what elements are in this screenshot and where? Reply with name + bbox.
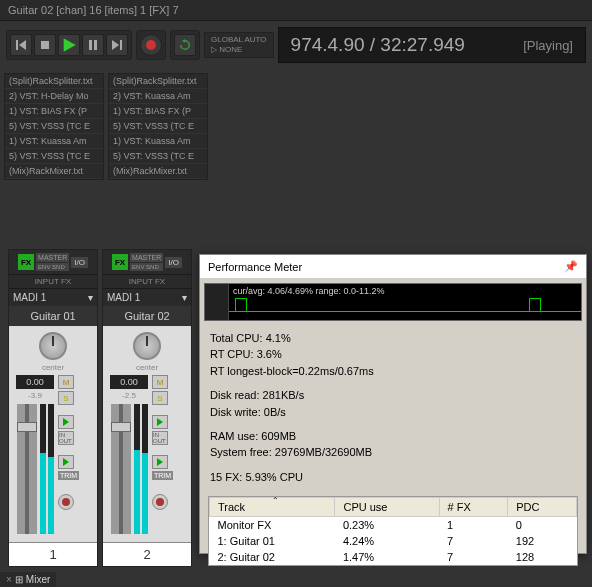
level-meter (142, 404, 148, 534)
perf-table-cell: 4.24% (335, 533, 439, 549)
transport-rec-group (136, 30, 166, 60)
perf-table-row[interactable]: Monitor FX0.23%10 (210, 517, 577, 534)
env-button[interactable]: ENV SND (130, 263, 163, 271)
sort-arrow-icon: ⌃ (272, 496, 279, 505)
fx-chain-item[interactable]: 5) VST: VSS3 (TC E (109, 149, 207, 164)
fx-chain-item[interactable]: 5) VST: VSS3 (TC E (5, 119, 103, 134)
fx-chain-item[interactable]: 1) VST: BIAS FX (P (5, 104, 103, 119)
volume-fader[interactable] (111, 404, 131, 534)
perf-table-header[interactable]: CPU use (335, 498, 439, 517)
fx-bypass-button[interactable] (152, 415, 168, 429)
master-send-button[interactable]: MASTER (130, 253, 163, 262)
track-name[interactable]: Guitar 01 (9, 306, 97, 326)
perf-title-text: Performance Meter (208, 261, 302, 273)
transport-bar: GLOBAL AUTO ▷ NONE 974.4.90 / 32:27.949 … (0, 21, 592, 69)
pause-button[interactable] (82, 34, 104, 56)
auto-label-1: GLOBAL AUTO (211, 35, 267, 45)
mute-button[interactable]: M (152, 375, 168, 389)
level-meter (40, 404, 46, 534)
play-status: [Playing] (523, 38, 573, 53)
io-button[interactable]: I/O (165, 257, 182, 268)
input-fx-button[interactable]: INPUT FX (9, 274, 97, 288)
inout-button[interactable]: IN OUT (152, 431, 168, 445)
trim-button[interactable]: TRIM (58, 471, 79, 480)
track-strip: FX MASTER ENV SND I/O INPUT FX MADI 1▾ G… (102, 249, 192, 567)
perf-stat-line: Total CPU: 4.1% (210, 331, 576, 346)
fx-chain-item[interactable]: 5) VST: VSS3 (TC E (5, 149, 103, 164)
route-dropdown[interactable]: MADI 1▾ (103, 288, 191, 306)
fx-chain-item[interactable]: 2) VST: H-Delay Mo (5, 89, 103, 104)
perf-table-cell: 0 (508, 517, 577, 534)
perf-table-cell: 2: Guitar 02 (210, 549, 335, 565)
window-titlebar: Guitar 02 [chan] 16 [items] 1 [FX] 7 (0, 0, 592, 21)
pan-knob[interactable] (133, 332, 161, 360)
perf-table-cell: 0.23% (335, 517, 439, 534)
fx-bypass-button[interactable] (58, 415, 74, 429)
fx-chain-item[interactable]: 1) VST: Kuassa Am (109, 134, 207, 149)
perf-graph: cur/avg: 4.06/4.69% range: 0.0-11.2% (204, 283, 582, 321)
close-tab-icon[interactable]: × (6, 574, 12, 585)
fx-chain-item[interactable]: 2) VST: Kuassa Am (109, 89, 207, 104)
rec-arm-button[interactable] (152, 494, 168, 510)
fx-chain-item[interactable]: 1) VST: Kuassa Am (5, 134, 103, 149)
auto-label-2: ▷ NONE (211, 45, 267, 55)
automation-mode-box[interactable]: GLOBAL AUTO ▷ NONE (204, 32, 274, 57)
rec-arm-button[interactable] (58, 494, 74, 510)
stop-button[interactable] (34, 34, 56, 56)
trim-button[interactable]: TRIM (152, 471, 173, 480)
solo-button[interactable]: S (152, 391, 168, 405)
db-readout: -3.9 (28, 391, 42, 400)
perf-table-header[interactable]: # FX (439, 498, 508, 517)
fx-chain-item[interactable]: 5) VST: VSS3 (TC E (109, 119, 207, 134)
env-button[interactable]: ENV SND (36, 263, 69, 271)
go-end-button[interactable] (106, 34, 128, 56)
fx-button[interactable]: FX (18, 254, 34, 270)
monitor-button[interactable] (152, 455, 168, 469)
volume-readout[interactable]: 0.00 (16, 375, 54, 389)
fx-chain-item[interactable]: (Mix)RackMixer.txt (5, 164, 103, 179)
perf-table-header[interactable]: PDC (508, 498, 577, 517)
fx-chain-item[interactable]: 1) VST: BIAS FX (P (109, 104, 207, 119)
route-dropdown[interactable]: MADI 1▾ (9, 288, 97, 306)
monitor-button[interactable] (58, 455, 74, 469)
mixer-tab-icon: ⊞ (15, 574, 23, 585)
perf-table-header[interactable]: Track⌃ (210, 498, 335, 517)
fx-chain-item[interactable]: (Mix)RackMixer.txt (109, 164, 207, 179)
perf-stat-line: System free: 29769MB/32690MB (210, 445, 576, 460)
pin-icon[interactable]: 📌 (564, 260, 578, 273)
loop-button[interactable] (174, 34, 196, 56)
time-display[interactable]: 974.4.90 / 32:27.949 [Playing] (278, 27, 586, 63)
fx-chain-item[interactable]: (Split)RackSplitter.txt (109, 74, 207, 89)
perf-table-cell: 1: Guitar 01 (210, 533, 335, 549)
fx-button[interactable]: FX (112, 254, 128, 270)
volume-fader[interactable] (17, 404, 37, 534)
perf-table-row[interactable]: 2: Guitar 021.47%7128 (210, 549, 577, 565)
perf-graph-text: cur/avg: 4.06/4.69% range: 0.0-11.2% (233, 286, 385, 296)
track-strip: FX MASTER ENV SND I/O INPUT FX MADI 1▾ G… (8, 249, 98, 567)
track-number[interactable]: 1 (9, 542, 97, 566)
perf-table-row[interactable]: 1: Guitar 014.24%7192 (210, 533, 577, 549)
perf-titlebar[interactable]: Performance Meter 📌 (200, 255, 586, 279)
perf-stats: Total CPU: 4.1%RT CPU: 3.6%RT longest-bl… (200, 325, 586, 492)
record-button[interactable] (140, 34, 162, 56)
pan-label: center (136, 363, 158, 372)
fx-chain-item[interactable]: (Split)RackSplitter.txt (5, 74, 103, 89)
play-button[interactable] (58, 34, 80, 56)
track-name[interactable]: Guitar 02 (103, 306, 191, 326)
input-fx-button[interactable]: INPUT FX (103, 274, 191, 288)
mute-button[interactable]: M (58, 375, 74, 389)
transport-loop-group (170, 30, 200, 60)
db-readout: -2.5 (122, 391, 136, 400)
master-send-button[interactable]: MASTER (36, 253, 69, 262)
mixer-tab-label[interactable]: Mixer (26, 574, 50, 585)
go-start-button[interactable] (10, 34, 32, 56)
perf-stat-line: RT longest-block=0.22ms/0.67ms (210, 364, 576, 379)
pan-knob[interactable] (39, 332, 67, 360)
perf-table-cell: 1.47% (335, 549, 439, 565)
volume-readout[interactable]: 0.00 (110, 375, 148, 389)
perf-table-cell: 128 (508, 549, 577, 565)
io-button[interactable]: I/O (71, 257, 88, 268)
inout-button[interactable]: IN OUT (58, 431, 74, 445)
track-number[interactable]: 2 (103, 542, 191, 566)
solo-button[interactable]: S (58, 391, 74, 405)
